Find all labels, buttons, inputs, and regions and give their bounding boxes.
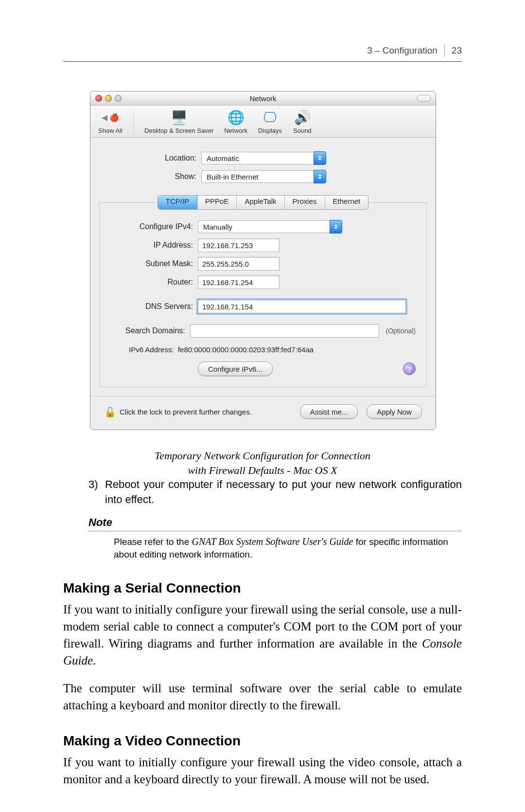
screenshot-figure: Network ◀ 🍎 Show All 🖥️ Desktop & Screen… bbox=[90, 91, 435, 430]
caption-line: with Firewall Defaults - Mac OS X bbox=[188, 464, 337, 476]
toolbar-show-all[interactable]: ◀ 🍎 Show All bbox=[98, 109, 134, 134]
tcpip-panel: Configure IPv4: Manually IP Address: 192… bbox=[99, 202, 427, 387]
lock-text: Click the lock to prevent further change… bbox=[120, 408, 300, 416]
note-body: Please refer to the GNAT Box System Soft… bbox=[114, 535, 462, 561]
router-label: Router: bbox=[110, 278, 198, 287]
osx-window: Network ◀ 🍎 Show All 🖥️ Desktop & Screen… bbox=[90, 91, 436, 430]
row-subnet-mask: Subnet Mask: 255.255.255.0 bbox=[110, 257, 416, 271]
ip-address-label: IP Address: bbox=[110, 241, 198, 250]
tab-ethernet[interactable]: Ethernet bbox=[325, 196, 368, 209]
window-title: Network bbox=[90, 94, 436, 103]
configure-ipv6-button[interactable]: Configure IPv6... bbox=[198, 361, 273, 376]
location-value: Automatic bbox=[201, 152, 314, 164]
note-text-pre: Please refer to the bbox=[114, 537, 192, 547]
assist-me-button[interactable]: Assist me... bbox=[300, 404, 358, 419]
chevron-updown-icon bbox=[314, 151, 326, 165]
header-separator bbox=[444, 44, 445, 57]
note-heading: Note bbox=[88, 516, 462, 529]
heading-video-connection: Making a Video Connection bbox=[63, 733, 462, 749]
figure-caption: Temporary Network Configuration for Conn… bbox=[90, 449, 435, 477]
step-text: Reboot your computer if necessary to put… bbox=[105, 477, 462, 507]
chevron-updown-icon bbox=[330, 220, 342, 234]
text: . bbox=[93, 654, 96, 667]
show-select[interactable]: Built-in Ethernet bbox=[201, 170, 326, 183]
row-router: Router: 192.168.71.254 bbox=[110, 275, 416, 289]
row-ip-address: IP Address: 192.168.71.253 bbox=[110, 238, 416, 252]
tab-appletalk[interactable]: AppleTalk bbox=[237, 196, 284, 209]
step-number: 3) bbox=[88, 477, 98, 492]
video-paragraph-1: If you want to initially configure your … bbox=[63, 754, 462, 788]
row-configure-ipv4: Configure IPv4: Manually bbox=[110, 220, 416, 234]
text: If you want to initially configure your … bbox=[63, 603, 462, 650]
displays-icon: 🖵 bbox=[260, 109, 280, 126]
serial-paragraph-1: If you want to initially configure your … bbox=[63, 601, 462, 669]
window-body: Location: Automatic Show: Built-in Ether… bbox=[90, 138, 436, 396]
tab-proxies[interactable]: Proxies bbox=[285, 196, 325, 209]
row-configure-ipv6: Configure IPv6... ? bbox=[110, 361, 416, 376]
location-select[interactable]: Automatic bbox=[201, 151, 326, 165]
configure-ipv4-label: Configure IPv4: bbox=[110, 222, 198, 231]
tab-tcpip[interactable]: TCP/IP bbox=[158, 196, 197, 209]
section-label: 3 – Configuration bbox=[367, 45, 438, 56]
toolbar-item-sound[interactable]: 🔊 Sound bbox=[293, 109, 312, 134]
toolbar-item-desktop[interactable]: 🖥️ Desktop & Screen Saver bbox=[144, 109, 213, 134]
search-domains-optional: (Optional) bbox=[386, 327, 416, 335]
ip-address-input[interactable]: 192.168.71.253 bbox=[198, 238, 280, 252]
tab-pppoe[interactable]: PPPoE bbox=[197, 196, 237, 209]
network-icon: 🌐 bbox=[226, 109, 245, 126]
toolbar-label: Displays bbox=[258, 127, 282, 134]
desktop-icon: 🖥️ bbox=[169, 109, 189, 126]
configure-ipv4-select[interactable]: Manually bbox=[198, 220, 342, 234]
titlebar: Network bbox=[90, 91, 436, 106]
caption-line: Temporary Network Configuration for Conn… bbox=[155, 450, 370, 462]
toolbar-item-network[interactable]: 🌐 Network bbox=[224, 109, 247, 134]
toolbar-toggle-icon[interactable] bbox=[417, 95, 431, 102]
page-number: 23 bbox=[452, 45, 462, 56]
help-icon[interactable]: ? bbox=[403, 362, 416, 375]
sound-icon: 🔊 bbox=[293, 109, 312, 126]
apply-now-button[interactable]: Apply Now bbox=[367, 404, 422, 419]
search-domains-input[interactable] bbox=[190, 324, 379, 338]
show-all-icon: ◀ 🍎 bbox=[101, 109, 120, 126]
step-3: 3) Reboot your computer if necessary to … bbox=[88, 477, 462, 507]
tab-bar: TCP/IP PPPoE AppleTalk Proxies Ethernet bbox=[104, 195, 422, 210]
toolbar-label: Desktop & Screen Saver bbox=[144, 127, 213, 134]
show-label: Show: bbox=[104, 172, 201, 181]
heading-serial-connection: Making a Serial Connection bbox=[63, 580, 462, 596]
row-ipv6-address: IPv6 Address: fe80:0000:0000:0000:0203:9… bbox=[129, 345, 416, 354]
router-input[interactable]: 192.168.71.254 bbox=[198, 275, 280, 289]
toolbar-label: Network bbox=[224, 127, 247, 134]
window-footer: 🔓 Click the lock to prevent further chan… bbox=[90, 396, 436, 430]
chevron-updown-icon bbox=[314, 170, 326, 183]
dns-servers-label: DNS Servers: bbox=[110, 302, 198, 311]
running-header: 3 – Configuration 23 bbox=[63, 44, 462, 57]
pref-toolbar: ◀ 🍎 Show All 🖥️ Desktop & Screen Saver 🌐… bbox=[90, 106, 436, 138]
toolbar-label: Sound bbox=[293, 127, 312, 134]
note-text-ital: GNAT Box System Software User's Guide bbox=[192, 536, 353, 547]
subnet-mask-label: Subnet Mask: bbox=[110, 259, 198, 268]
serial-paragraph-2: The computer will use terminal software … bbox=[63, 680, 462, 714]
lock-icon[interactable]: 🔓 bbox=[104, 406, 115, 417]
row-location: Location: Automatic bbox=[104, 151, 422, 165]
ipv6-address-label: IPv6 Address: bbox=[129, 345, 174, 354]
dns-servers-input[interactable]: 192.168.71.154 bbox=[198, 300, 406, 313]
row-dns-servers: DNS Servers: 192.168.71.154 bbox=[110, 300, 416, 313]
note-rule bbox=[88, 531, 462, 531]
ipv6-address-value: fe80:0000:0000:0000:0203:93ff:fed7:64aa bbox=[178, 345, 314, 354]
show-value: Built-in Ethernet bbox=[201, 170, 314, 183]
toolbar-label: Show All bbox=[98, 127, 122, 134]
header-rule bbox=[63, 61, 462, 62]
configure-ipv4-value: Manually bbox=[198, 220, 330, 233]
row-show: Show: Built-in Ethernet bbox=[104, 170, 422, 183]
subnet-mask-input[interactable]: 255.255.255.0 bbox=[198, 257, 280, 271]
search-domains-label: Search Domains: bbox=[110, 326, 190, 335]
row-search-domains: Search Domains: (Optional) bbox=[110, 324, 416, 338]
location-label: Location: bbox=[104, 154, 201, 162]
toolbar-item-displays[interactable]: 🖵 Displays bbox=[258, 109, 282, 134]
